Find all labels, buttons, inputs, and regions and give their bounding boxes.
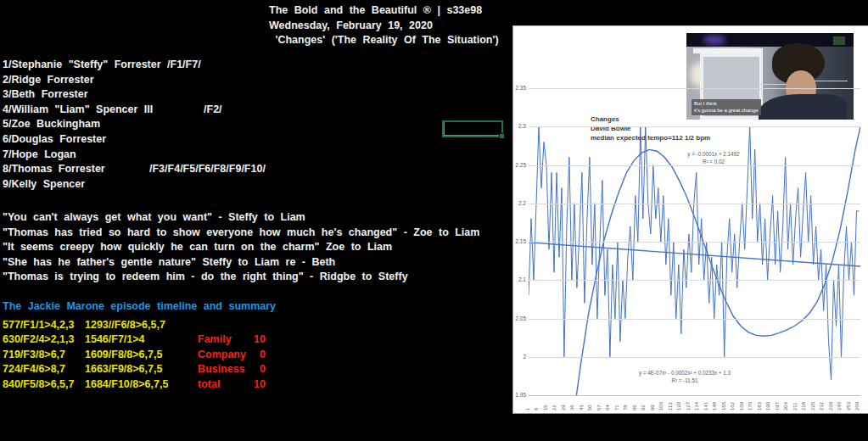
x-axis-tick-label: 218 [801, 397, 808, 410]
episode-title: The Bold and the Beautiful ® | s33e98 [269, 3, 499, 19]
summary-row: 724/F4/6>8,71663/F9/8>6,7,5Business0 [3, 362, 276, 377]
character-line: 6/Douglas Forrester [3, 132, 266, 148]
character-line: 9/Kelly Spencer [3, 177, 266, 193]
x-axis-tick-label: 1 [525, 397, 532, 410]
y-axis-tick-label: 2.3 [513, 123, 526, 129]
summary-cell: 0 [232, 362, 266, 377]
y-axis-tick-label: 2.35 [513, 85, 526, 91]
x-axis-tick-label: 183 [757, 397, 764, 410]
episode-subtitle: 'Changes' ('The Reality Of The Situation… [269, 33, 499, 48]
summary-cell: 1684/F10/8>6,7,5 [85, 377, 168, 393]
character-line: 1/Stephanie "Steffy" Forrester /F1/F7/ [3, 58, 266, 73]
x-axis-tick-label: 141 [703, 397, 710, 410]
summary-cell: 719/F3/8>6,7 [3, 348, 65, 363]
x-axis-tick-label: 36 [569, 397, 576, 410]
x-axis-tick-label: 134 [694, 397, 701, 410]
summary-cell: 1663/F9/8>6,7,5 [85, 362, 162, 377]
character-list: 1/Stephanie "Steffy" Forrester /F1/F7/2/… [3, 58, 266, 192]
episode-date: Wednesday, February 19, 2020 [269, 19, 499, 34]
x-axis-tick-label: 127 [686, 397, 692, 410]
quote-line: "It seems creepy how quickly he can turn… [3, 240, 479, 255]
x-axis-tick-label: 211 [792, 397, 799, 410]
gridline [529, 280, 860, 281]
app-screen: The Bold and the Beautiful ® | s33e98 We… [0, 0, 868, 441]
character-line: 2/Ridge Forrester [3, 73, 266, 88]
x-axis-tick-label: 71 [614, 397, 621, 410]
x-axis-tick-label: 113 [668, 397, 675, 410]
character-line: 8/Thomas Forrester /F3/F4/F5/F6/F8/F9/F1… [3, 162, 266, 177]
summary-cell: 1609/F8/8>6,7,5 [85, 348, 162, 363]
summary-cell: 1293//F6/8>6,5,7 [85, 318, 165, 333]
y-axis-tick-label: 2 [513, 354, 526, 360]
gridline [529, 395, 860, 396]
character-line: 7/Hope Logan [3, 148, 266, 163]
x-axis-tick-label: 253 [846, 397, 853, 410]
x-axis-tick-label: 64 [605, 397, 612, 410]
gridline [529, 319, 860, 320]
fill-handle[interactable] [499, 133, 505, 139]
gridline [529, 204, 860, 204]
summary-header: The Jackie Marone episode timeline and s… [3, 299, 276, 315]
x-axis-tick-label: 57 [596, 397, 603, 410]
y-axis-tick-label: 2.1 [513, 276, 526, 282]
quote-line: "She has he father's gentle nature" Stef… [3, 255, 479, 271]
summary-cell: 840/F5/8>6,5,7 [3, 377, 74, 393]
x-axis-tick-label: 15 [543, 397, 550, 410]
summary-row: 577/F1/1>4,2,31293//F6/8>6,5,7 [3, 318, 276, 333]
x-axis-tick-label: 190 [765, 397, 772, 410]
summary-row: 719/F3/8>6,71609/F8/8>6,7,5Company0 [3, 348, 276, 363]
x-axis-tick-label: 169 [739, 397, 746, 410]
stage-prop-green [833, 36, 845, 45]
quote-line: "Thomas is trying to redeem him - do the… [3, 270, 479, 285]
cubic-trend-equation: y = 4E-07x³ - 0.0002x² + 0.0233x + 1.3R²… [625, 369, 744, 384]
x-axis-tick-label: 197 [775, 397, 781, 410]
gridline [529, 126, 860, 127]
video-still: But I thinkit's gonna be a great change [686, 33, 854, 120]
gridline [529, 165, 860, 166]
gridline [529, 88, 860, 89]
x-axis-tick-label: 176 [748, 397, 754, 410]
chart-panel: ChangesDavid Bowiemedian expected tempo=… [512, 25, 868, 414]
episode-title-block: The Bold and the Beautiful ® | s33e98 We… [269, 3, 499, 48]
x-axis-tick-label: 99 [650, 397, 657, 410]
y-axis-tick-label: 1.95 [513, 392, 526, 398]
character-line: 5/Zoe Buckingham [3, 117, 266, 132]
x-axis-tick-label: 50 [587, 397, 594, 410]
gridline [529, 357, 860, 358]
chart-annotation: median expected tempo=112 1/2 bpm [591, 134, 710, 142]
x-axis-tick-label: 204 [783, 397, 790, 410]
x-axis-tick-label: 8 [534, 397, 540, 410]
character-line: 4/William "Liam" Spencer III /F2/ [3, 103, 266, 118]
summary-cell: total [198, 377, 220, 393]
summary-table: 577/F1/1>4,2,31293//F6/8>6,5,7630/F2/4>2… [3, 318, 276, 393]
quote-list: "You can't always get what you want" - S… [3, 210, 479, 285]
quote-line: "Thomas has tried so hard to show everyo… [3, 226, 479, 241]
excel-cell-cursor[interactable] [442, 120, 503, 137]
x-axis-tick-label: 148 [712, 397, 719, 410]
actor-shirt [759, 94, 847, 120]
clothing-rack [814, 81, 848, 81]
x-axis-tick-label: 106 [658, 397, 665, 410]
showroom-scene: But I thinkit's gonna be a great change [686, 47, 854, 120]
x-axis-tick-label: 239 [828, 397, 835, 410]
video-backdrop [686, 33, 854, 47]
summary-cell: Family [198, 332, 232, 348]
x-axis-tick-label: 22 [552, 397, 558, 410]
summary-cell: 577/F1/1>4,2,3 [3, 318, 74, 333]
x-axis-tick-label: 162 [730, 397, 736, 410]
chart-title: Changes [591, 115, 619, 123]
character-line: 3/Beth Forrester [3, 87, 266, 103]
linear-trend-equation: y = -0.0001x + 2.1492R² = 0.02 [654, 150, 773, 165]
summary-cell: 1546/F7/1>4 [85, 332, 145, 348]
summary-row: 840/F5/8>6,5,71684/F10/8>6,7,5total10 [3, 377, 276, 393]
x-axis-tick-label: 232 [819, 397, 826, 410]
summary-cell: 724/F4/6>8,7 [3, 362, 65, 377]
x-axis-tick-label: 246 [837, 397, 843, 410]
x-axis-tick-label: 92 [641, 397, 647, 410]
y-axis-tick-label: 2.15 [513, 238, 526, 244]
gridline [529, 242, 860, 243]
summary-cell: 0 [232, 348, 266, 363]
y-axis-tick-label: 2.05 [513, 315, 526, 321]
quote-line: "You can't always get what you want" - S… [3, 210, 479, 226]
x-axis-tick-label: 155 [721, 397, 728, 410]
